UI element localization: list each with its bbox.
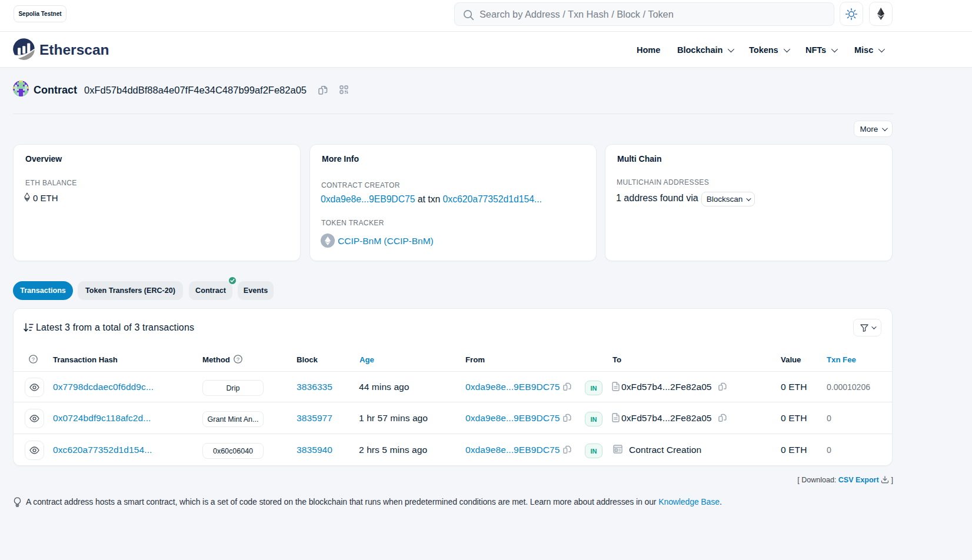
svg-text:?: ? — [237, 356, 239, 362]
svg-text:?: ? — [32, 356, 35, 362]
